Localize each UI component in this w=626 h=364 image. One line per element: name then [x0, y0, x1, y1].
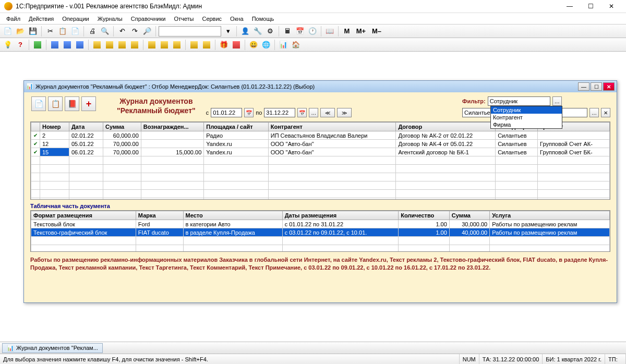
main-col-header[interactable]: Контрагент: [268, 123, 396, 131]
copy-icon[interactable]: [57, 26, 68, 37]
doc-icon-button[interactable]: 📄: [31, 96, 46, 111]
date-from-input[interactable]: [211, 108, 242, 117]
sub-table-row[interactable]: Текстово-графический блокFIAT ducatoв ра…: [31, 228, 610, 237]
paste-icon[interactable]: [69, 26, 81, 37]
main-col-header[interactable]: Площадка / сайт: [204, 123, 268, 131]
book1-icon[interactable]: [49, 39, 61, 51]
minimize-button[interactable]: —: [559, 1, 580, 11]
rep1-icon[interactable]: [188, 39, 200, 51]
cut-icon[interactable]: [44, 26, 56, 37]
dropdown-item-firm[interactable]: Фирма: [491, 121, 562, 128]
cube-icon[interactable]: [32, 39, 43, 51]
menu-service[interactable]: Сервис: [198, 14, 226, 23]
chart-icon[interactable]: 📊: [278, 39, 289, 51]
preview-icon[interactable]: [99, 26, 111, 37]
home-icon[interactable]: 🏠: [290, 39, 302, 51]
filter-type-dropdown-icon[interactable]: …: [552, 96, 562, 106]
menu-windows[interactable]: Окна: [226, 14, 248, 23]
face-icon[interactable]: 😀: [248, 39, 259, 51]
book3-icon[interactable]: [74, 39, 86, 51]
add-doc-button[interactable]: +: [81, 96, 96, 111]
save-icon[interactable]: [27, 26, 39, 37]
book2-icon[interactable]: [62, 39, 73, 51]
m-minus-button[interactable]: M–: [369, 26, 384, 37]
sub-table-row[interactable]: Текстовый блокFordв категории Автос 01.0…: [31, 220, 610, 228]
menu-journals[interactable]: Журналы: [93, 14, 127, 23]
main-col-header[interactable]: [31, 123, 40, 131]
print-icon[interactable]: [87, 26, 98, 37]
nav-last-button[interactable]: ≫: [337, 108, 352, 117]
main-col-header[interactable]: Договор: [396, 123, 496, 131]
globe-icon[interactable]: 🌐: [260, 39, 272, 51]
book-icon[interactable]: 📖: [324, 26, 335, 37]
menu-file[interactable]: Файл: [2, 14, 25, 23]
calculator-icon[interactable]: [282, 26, 293, 37]
taskbar-item-journal[interactable]: 📊 Журнал документов "Реклам...: [2, 343, 103, 353]
help-icon[interactable]: [15, 39, 26, 51]
table-row[interactable]: ✔1506.01.2270,000.0015,000.00Yandex.ruОО…: [31, 148, 610, 156]
main-table[interactable]: НомерДатаСуммаВознагражден...Площадка / …: [30, 122, 610, 200]
props-icon[interactable]: 🔧: [252, 26, 263, 37]
menu-help[interactable]: Помощь: [248, 14, 279, 23]
box4-icon[interactable]: [129, 39, 140, 51]
m-plus-button[interactable]: M+: [354, 26, 368, 37]
box1-icon[interactable]: [91, 39, 103, 51]
combo-dropdown-icon[interactable]: ▾: [222, 26, 234, 37]
m-button[interactable]: M: [341, 26, 353, 37]
filter-clear-button[interactable]: ✕: [601, 108, 610, 117]
doc3-icon[interactable]: [171, 39, 183, 51]
date-to-cal-icon[interactable]: 📅: [297, 108, 307, 117]
mdi-titlebar[interactable]: 📊 Журнал документов "Рекламный бюджет" :…: [24, 81, 617, 92]
close-button[interactable]: ✕: [601, 1, 622, 11]
main-col-header[interactable]: Дата: [69, 123, 103, 131]
toolbar-combo[interactable]: [159, 26, 221, 37]
syntax-icon[interactable]: ⚙: [264, 26, 276, 37]
box2-icon[interactable]: [104, 39, 115, 51]
info-icon[interactable]: 💡: [2, 39, 14, 51]
new-icon[interactable]: [2, 26, 14, 37]
nav-first-button[interactable]: ≪: [320, 108, 335, 117]
open-icon[interactable]: [15, 26, 26, 37]
filter-type-input[interactable]: [488, 96, 550, 106]
sub-table[interactable]: Формат размещенияМаркаМестоДаты размещен…: [30, 210, 610, 252]
sub-col-header[interactable]: Услуга: [490, 211, 610, 220]
sub-col-header[interactable]: Формат размещения: [31, 211, 136, 220]
main-col-header[interactable]: Сумма: [103, 123, 141, 131]
find-icon[interactable]: [141, 26, 153, 37]
dropdown-item-contractor[interactable]: Контрагент: [491, 114, 562, 121]
doc1-icon[interactable]: [146, 39, 158, 51]
main-col-header[interactable]: Номер: [40, 123, 69, 131]
copy-doc-button[interactable]: 📋: [48, 96, 63, 111]
clock-icon[interactable]: 🕐: [307, 26, 318, 37]
delete-doc-button[interactable]: 📕: [65, 96, 79, 111]
dropdown-item-employee[interactable]: Сотрудник: [491, 106, 562, 114]
mdi-minimize-button[interactable]: —: [578, 82, 589, 91]
sub-col-header[interactable]: Место: [183, 211, 282, 220]
wizard-icon[interactable]: 👤: [239, 26, 251, 37]
main-col-header[interactable]: Вознагражден...: [141, 123, 203, 131]
redo-icon[interactable]: [129, 26, 140, 37]
menu-operations[interactable]: Операции: [58, 14, 93, 23]
box3-icon[interactable]: [116, 39, 128, 51]
filter-value-ellipsis-button[interactable]: …: [589, 108, 599, 117]
maximize-button[interactable]: ☐: [580, 1, 601, 11]
calendar-icon[interactable]: [294, 26, 306, 37]
mdi-close-button[interactable]: ✕: [603, 82, 615, 91]
sub-col-header[interactable]: Сумма: [449, 211, 489, 220]
undo-icon[interactable]: [116, 26, 128, 37]
doc2-icon[interactable]: [159, 39, 170, 51]
menu-catalogs[interactable]: Справочники: [127, 14, 170, 23]
sub-col-header[interactable]: Даты размещения: [282, 211, 399, 220]
mdi-maximize-button[interactable]: ☐: [591, 82, 602, 91]
rep2-icon[interactable]: [201, 39, 212, 51]
date-to-input[interactable]: [264, 108, 295, 117]
flag-icon[interactable]: [231, 39, 242, 51]
table-row[interactable]: ✔202.01.2260,000.00РадиоИП Севастьянов В…: [31, 131, 610, 140]
table-row[interactable]: ✔1205.01.2270,000.00Yandex.ruООО ''Авто-…: [31, 140, 610, 148]
gift-icon[interactable]: 🎁: [218, 39, 230, 51]
sub-col-header[interactable]: Марка: [136, 211, 183, 220]
menu-actions[interactable]: Действия: [25, 14, 58, 23]
menu-reports[interactable]: Отчеты: [170, 14, 198, 23]
date-from-cal-icon[interactable]: 📅: [244, 108, 254, 117]
date-ellipsis-button[interactable]: …: [309, 108, 318, 117]
